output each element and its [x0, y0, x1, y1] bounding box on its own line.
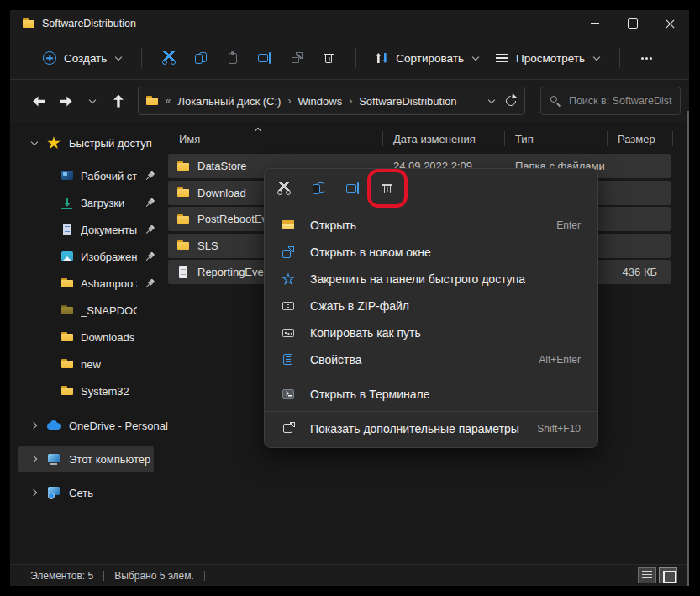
column-header-name[interactable]: Имя [168, 127, 382, 150]
sidebar-groups: OneDrive - Personal Этот компьютер Сеть [10, 412, 166, 506]
sidebar-group-item[interactable]: OneDrive - Personal [18, 412, 154, 439]
pin-icon [141, 248, 158, 265]
window-title: SoftwareDistribution [42, 18, 136, 29]
pin-icon [141, 221, 158, 238]
context-menu-item[interactable]: Копировать как путь [270, 319, 592, 346]
pin-icon [141, 194, 158, 211]
navigation-bar: « Локальный диск (C:) › Windows › Softwa… [10, 80, 689, 122]
sidebar-item[interactable]: System32 [10, 377, 166, 404]
navigation-pane: Быстрый доступ Рабочий стол Загрузки [10, 122, 166, 564]
context-menu-item[interactable]: Свойства Alt+Enter [270, 346, 592, 373]
menu-item-label: Открыть [310, 219, 356, 232]
column-header-type[interactable]: Тип [504, 127, 607, 150]
sidebar-item[interactable]: Загрузки [10, 189, 166, 216]
chevron-right-icon[interactable] [30, 421, 39, 430]
forward-button[interactable] [53, 88, 77, 113]
address-dropdown-chevron-icon[interactable] [487, 97, 496, 105]
context-menu-item[interactable]: Открыть в Терминале [270, 381, 592, 408]
close-button[interactable] [651, 10, 689, 37]
pin-icon [141, 275, 158, 292]
breadcrumb-separator: › [349, 95, 352, 107]
column-header-date[interactable]: Дата изменения [382, 127, 504, 150]
sidebar-item-icon [61, 303, 74, 317]
context-menu-item[interactable]: Открыть в новом окне [270, 239, 592, 266]
sidebar-item-icon [61, 223, 74, 236]
quick-action-button[interactable] [270, 174, 298, 203]
sort-button[interactable]: Сортировать [367, 45, 487, 71]
selection-count: Выбрано 5 элем. [114, 570, 194, 582]
refresh-icon[interactable] [504, 94, 518, 108]
context-menu-item[interactable]: Открыть Enter [270, 212, 592, 239]
sidebar-item[interactable]: Downloads [10, 324, 166, 351]
menu-item-shortcut: Enter [556, 219, 581, 231]
sidebar-group-icon [47, 486, 61, 499]
menu-item-icon [282, 353, 295, 367]
column-header-size[interactable]: Размер [607, 127, 671, 150]
sidebar-item-quick-access[interactable]: Быстрый доступ [10, 130, 166, 156]
menu-item-icon [282, 245, 295, 259]
sidebar-group-item[interactable]: Этот компьютер [18, 446, 154, 472]
context-menu-items: Открыть Enter Открыть в новом окне Закр [265, 208, 597, 447]
recent-locations-button[interactable] [80, 88, 104, 113]
paste-button[interactable] [217, 44, 249, 72]
toolbar-separator [619, 48, 620, 68]
back-button[interactable] [27, 88, 51, 113]
forward-arrow-icon [60, 96, 72, 108]
sidebar-item-label: System32 [81, 385, 137, 398]
file-name: Download [197, 187, 246, 199]
sidebar-item-label: Рабочий стол [81, 170, 137, 182]
sidebar-group-label: OneDrive - Personal [69, 419, 168, 432]
trash-icon [322, 51, 335, 65]
search-icon [549, 94, 562, 108]
breadcrumb-label: Windows [297, 95, 342, 108]
breadcrumb-item[interactable]: › SoftwareDistribution [349, 95, 456, 108]
file-type-icon [176, 266, 190, 279]
breadcrumb-item[interactable]: « Локальный диск (C:) [166, 95, 282, 108]
sidebar-item-label: _SNAPDOC [81, 304, 137, 317]
maximize-button[interactable] [613, 10, 651, 37]
rename-button[interactable] [249, 44, 281, 72]
search-box[interactable] [540, 87, 681, 115]
breadcrumb-item[interactable]: › Windows [287, 95, 342, 108]
sidebar-item[interactable]: Изображения [10, 243, 166, 270]
see-more-button[interactable] [631, 44, 663, 72]
delete-button[interactable] [313, 44, 345, 72]
chevron-right-icon[interactable] [30, 455, 39, 463]
context-menu-item[interactable]: Закрепить на панели быстрого доступа [270, 266, 592, 293]
sidebar-item[interactable]: new [10, 351, 166, 377]
share-button[interactable] [281, 44, 313, 72]
context-menu-item[interactable]: Сжать в ZIP-файл [270, 293, 592, 319]
chevron-right-icon[interactable] [30, 488, 39, 497]
view-button[interactable]: Просмотреть [487, 45, 608, 71]
new-button[interactable]: Создать [35, 45, 130, 71]
copy-button[interactable] [185, 44, 217, 72]
up-button[interactable] [106, 88, 130, 113]
quick-action-button[interactable] [304, 174, 333, 203]
quick-action-button[interactable] [339, 174, 367, 203]
minimize-button[interactable] [576, 10, 613, 37]
sidebar-group-item[interactable]: Сеть [18, 479, 154, 506]
context-menu-item[interactable]: Показать дополнительные параметры Shift+… [270, 415, 592, 442]
quick-access-label: Быстрый доступ [69, 137, 152, 150]
chevron-down-icon[interactable] [30, 139, 39, 147]
rename-icon [258, 51, 271, 65]
menu-item-label: Свойства [310, 353, 361, 367]
file-type-icon [176, 160, 190, 173]
sidebar-item[interactable]: Рабочий стол [10, 162, 166, 189]
sidebar-item[interactable]: Документы [10, 216, 166, 243]
chevron-down-icon [592, 54, 601, 62]
quick-action-button[interactable] [373, 174, 402, 203]
large-icons-view-button[interactable] [659, 567, 677, 583]
breadcrumb-label: SoftwareDistribution [359, 95, 456, 108]
menu-item-icon [282, 272, 295, 286]
search-input[interactable] [569, 95, 672, 107]
cut-button[interactable] [153, 44, 185, 72]
details-view-button[interactable] [638, 567, 656, 583]
sidebar-item[interactable]: Ashampoo Sna [10, 270, 166, 297]
sidebar-item[interactable]: _SNAPDOC [10, 297, 166, 324]
address-bar[interactable]: « Локальный диск (C:) › Windows › Softwa… [138, 87, 525, 115]
sidebar-item-icon [61, 169, 74, 182]
sidebar-item-label: Изображения [81, 251, 137, 263]
command-bar: Создать Сортировать Просмотреть [10, 37, 689, 80]
sidebar-group-label: Этот компьютер [69, 453, 150, 466]
